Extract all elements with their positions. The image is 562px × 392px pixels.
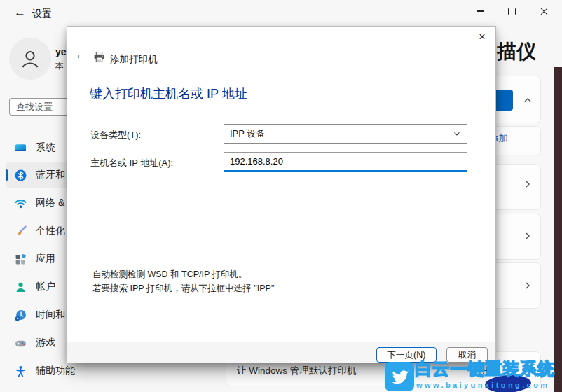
chevron-right-icon xyxy=(523,179,533,189)
device-type-value: IPP 设备 xyxy=(230,127,453,140)
personalization-icon xyxy=(15,225,27,237)
sidebar-item-label: 应用 xyxy=(36,253,55,265)
device-type-label: 设备类型(T): xyxy=(90,129,141,141)
page-title-fragment: 描仪 xyxy=(497,38,536,65)
gaming-icon xyxy=(15,337,27,349)
avatar xyxy=(9,38,51,80)
maximize-button[interactable] xyxy=(500,3,523,20)
window-back-icon[interactable]: ← xyxy=(14,6,26,20)
chevron-up-icon xyxy=(523,95,533,105)
device-type-select[interactable]: IPP 设备 xyxy=(224,124,467,144)
chevron-down-icon xyxy=(453,130,461,138)
minimize-icon xyxy=(477,10,484,12)
card-chevron xyxy=(523,281,533,293)
maximize-icon xyxy=(508,8,516,15)
window-title: 设置 xyxy=(32,8,52,20)
sidebar-item-label: 个性化 xyxy=(36,225,65,237)
wizard-title: 键入打印机主机名或 IP 地址 xyxy=(90,85,247,102)
dialog-close-button[interactable]: × xyxy=(472,29,492,46)
card-chevron xyxy=(523,231,533,244)
help-line-2: 若要搜索 IPP 打印机，请从下拉框中选择 "IPP" xyxy=(92,283,274,295)
accounts-icon xyxy=(15,281,27,293)
minimize-button[interactable] xyxy=(469,3,493,20)
twitter-bird-icon xyxy=(390,368,409,386)
sidebar-item-label: 时间和 xyxy=(36,309,65,321)
desktop-edge-strip xyxy=(554,67,562,392)
sidebar-item-label: 蓝牙和 xyxy=(36,169,65,181)
default-printer-label: 让 Windows 管理默认打印机 xyxy=(237,365,356,377)
settings-window: ← 设置 ye 本 系统 蓝牙和 xyxy=(0,0,562,392)
bluetooth-icon xyxy=(15,169,27,181)
card-chevron xyxy=(523,179,533,192)
accessibility-icon xyxy=(15,365,27,377)
time-icon xyxy=(15,309,27,321)
watermark-url-text: www.baiyunxitong.com xyxy=(416,381,549,389)
hostname-input[interactable] xyxy=(224,152,467,172)
watermark-logo xyxy=(385,362,414,391)
user-name: ye xyxy=(55,46,67,57)
close-button[interactable] xyxy=(532,3,556,20)
avatar-person-icon xyxy=(18,47,42,71)
sidebar-item-label: 游戏 xyxy=(36,337,55,349)
dialog-back-icon[interactable]: ← xyxy=(75,48,87,62)
system-icon xyxy=(15,142,27,154)
sidebar-item-label: 辅助功能 xyxy=(36,365,75,377)
sidebar-item-label: 系统 xyxy=(36,141,55,154)
printer-icon xyxy=(93,51,105,63)
watermark-brand-text: 白云一键重装系统 xyxy=(415,358,555,380)
sidebar-item-label: 网络 & xyxy=(36,197,64,209)
close-icon xyxy=(540,8,548,15)
collapse-row[interactable] xyxy=(523,95,533,108)
help-line-1: 自动检测检测 WSD 和 TCP/IP 打印机。 xyxy=(92,269,247,281)
apps-icon xyxy=(15,253,27,265)
chevron-right-icon xyxy=(523,281,533,290)
chevron-right-icon xyxy=(523,231,533,241)
dialog-header-title: 添加打印机 xyxy=(110,53,158,66)
add-printer-dialog: × ← 添加打印机 键入打印机主机名或 IP 地址 设备类型(T): IPP 设… xyxy=(67,26,496,363)
user-subtitle: 本 xyxy=(55,60,64,72)
hostname-label: 主机名或 IP 地址(A): xyxy=(90,157,173,169)
network-icon xyxy=(15,197,27,209)
sidebar-item-label: 帐户 xyxy=(36,281,55,293)
